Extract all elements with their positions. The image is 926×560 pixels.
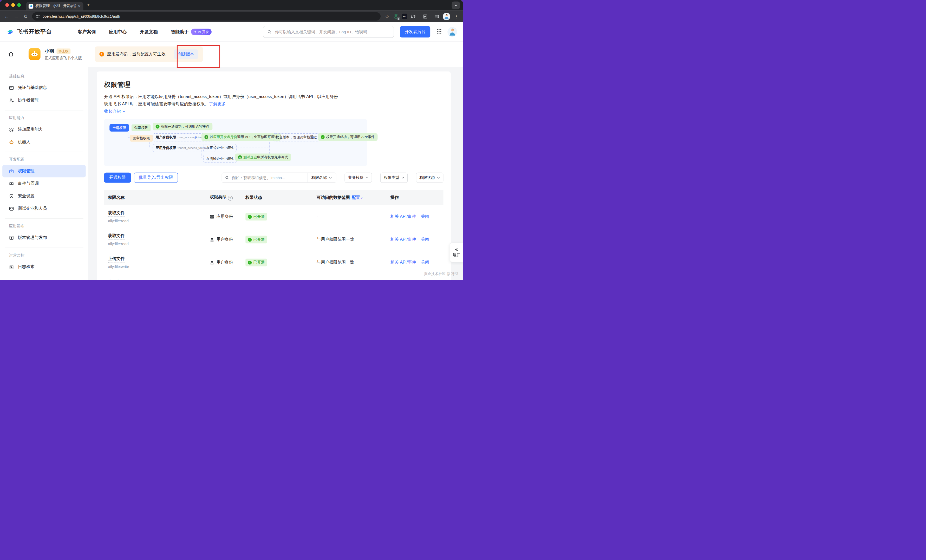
nav-menu-item[interactable]: 智能助手 AI 开发 xyxy=(171,29,212,35)
sidebar-item-label: 安全设置 xyxy=(18,194,35,199)
sidebar-section: 基础信息 凭证与基础信息 协作者管理 xyxy=(0,74,88,110)
filter-module-select[interactable]: 业务模块 xyxy=(345,173,372,183)
sidebar-section-label: 开发配置 xyxy=(0,157,88,162)
dev-identity-link[interactable]: 应用开发者身份 xyxy=(213,135,237,139)
extension-un-icon[interactable]: un xyxy=(402,14,407,19)
nav-menu-item[interactable]: 客户案例 xyxy=(78,29,96,35)
sidebar-item[interactable]: 机器人 xyxy=(2,136,86,148)
data-scope: - xyxy=(317,214,318,219)
sidebar-item[interactable]: 日志检索 xyxy=(2,261,86,273)
sidebar-item[interactable]: 测试企业和人员 xyxy=(2,202,86,215)
close-permission-link[interactable]: 关闭 xyxy=(421,260,429,265)
reload-icon[interactable]: ↻ xyxy=(23,14,29,19)
app-icon xyxy=(29,48,41,60)
filter-type-select[interactable]: 权限类型 xyxy=(380,173,408,183)
table-header: 权限名称 权限类型? 权限状态 可访问的数据范围配置 › 操作 xyxy=(104,190,443,205)
event-icon xyxy=(9,181,14,186)
permission-name[interactable]: 上传文件 xyxy=(108,256,124,262)
chevron-down-icon xyxy=(365,176,369,179)
test-org-icon xyxy=(9,206,14,211)
extension-tree-icon[interactable]: 1 xyxy=(393,14,399,19)
flow-node-success-2: ✓权限开通成功，可调用 API/事件 xyxy=(318,133,377,141)
sidebar-item[interactable]: 安全设置 xyxy=(2,190,86,202)
extension-badge: 1 xyxy=(397,17,400,20)
reading-list-icon[interactable] xyxy=(422,14,427,19)
sidebar-item[interactable]: 权限管理 xyxy=(2,165,86,177)
close-permission-link[interactable]: 关闭 xyxy=(421,237,429,242)
create-version-button[interactable]: 创建版本 xyxy=(174,49,198,59)
batch-import-export-button[interactable]: 批量导入/导出权限 xyxy=(134,173,178,183)
maximize-window-button[interactable] xyxy=(17,3,21,7)
address-bar[interactable]: open.feishu.cn/app/cli_a933bd6b8cfc9cc1/… xyxy=(32,12,381,21)
permission-card: 权限管理 开通 API 权限后，应用才能以应用身份（tenant_access_… xyxy=(97,71,451,280)
browser-profile-avatar[interactable] xyxy=(443,13,450,20)
permission-search-input[interactable] xyxy=(231,175,304,180)
minimize-window-button[interactable] xyxy=(11,3,15,7)
help-icon[interactable]: ? xyxy=(228,196,233,200)
new-tab-button[interactable]: + xyxy=(87,2,90,8)
expand-panel-handle[interactable]: « 展开 xyxy=(450,242,463,262)
filter-status-select[interactable]: 权限状态 xyxy=(416,173,443,183)
filter-bar: 权限名称 业务模块 权限类型 权限状态 xyxy=(222,173,443,183)
close-window-button[interactable] xyxy=(6,3,9,7)
nav-menu-item[interactable]: 开发文档 xyxy=(140,29,158,35)
close-permission-link[interactable]: 关闭 xyxy=(421,214,429,219)
home-icon[interactable] xyxy=(8,51,14,59)
status-badge: 待上线 xyxy=(56,48,70,54)
sidebar-item-label: 凭证与基础信息 xyxy=(18,85,47,91)
extensions-puzzle-icon[interactable] xyxy=(411,14,416,19)
page-description: 开通 API 权限后，应用才能以应用身份（tenant_access_token… xyxy=(104,93,443,107)
browser-tab[interactable]: 权限管理 - 小羽 - 开发者后台 ✕ xyxy=(26,2,83,11)
menu-kebab-icon[interactable]: ⋮ xyxy=(453,14,459,19)
developer-console-button[interactable]: 开发者后台 xyxy=(400,26,430,38)
sidebar-item-label: 权限管理 xyxy=(18,168,35,174)
sidebar-item[interactable]: 事件与回调 xyxy=(2,177,86,190)
permission-name[interactable]: 获取文件 xyxy=(108,210,124,216)
toolbar-actions: ☆ 1 un ⋮ xyxy=(384,13,460,20)
flow-node-prod-debug: 在正式企业中调试 xyxy=(203,144,236,152)
filter-name-select[interactable]: 权限名称 xyxy=(307,173,336,183)
site-settings-icon[interactable] xyxy=(36,14,40,18)
sidebar-item[interactable]: 协作者管理 xyxy=(2,94,86,107)
back-icon[interactable]: ← xyxy=(4,14,10,19)
permission-name[interactable]: 上传文件 xyxy=(108,279,124,280)
page-title: 权限管理 xyxy=(104,80,443,89)
learn-more-link[interactable]: 了解更多 xyxy=(209,101,225,106)
app-grid-icon[interactable] xyxy=(436,28,442,35)
sidebar-item[interactable]: 添加应用能力 xyxy=(2,123,86,136)
sidebar-item[interactable]: 凭证与基础信息 xyxy=(2,82,86,94)
bookmark-star-icon[interactable]: ☆ xyxy=(384,14,390,19)
sidebar-item-label: 机器人 xyxy=(18,139,30,145)
collapse-intro-link[interactable]: 收起介绍 xyxy=(104,108,443,115)
app-name: 小羽 xyxy=(45,48,54,54)
related-api-link[interactable]: 相关 API/事件 xyxy=(390,260,416,265)
search-input[interactable] xyxy=(274,29,390,34)
related-api-link[interactable]: 相关 API/事件 xyxy=(390,237,416,242)
sidebar-item-label: 添加应用能力 xyxy=(18,127,43,132)
flow-node-need-review: 需审核权限 xyxy=(130,135,152,142)
feishu-brand[interactable]: 飞书开放平台 xyxy=(6,28,52,36)
tab-search-button[interactable] xyxy=(452,2,460,9)
doc-search-box[interactable] xyxy=(263,26,394,38)
permission-type: 用户身份 xyxy=(216,237,233,242)
tab-close-icon[interactable]: ✕ xyxy=(78,4,81,8)
alert-icon: ! xyxy=(99,52,104,56)
check-circle-icon: ✓ xyxy=(156,125,160,129)
sidebar-item-label: 事件与回调 xyxy=(18,181,39,186)
tab-title: 权限管理 - 小羽 - 开发者后台 xyxy=(35,4,76,9)
browser-toolbar: ← → ↻ open.feishu.cn/app/cli_a933bd6b8cf… xyxy=(0,11,463,22)
permission-name[interactable]: 获取文件 xyxy=(108,233,124,239)
scope-config-link[interactable]: 配置 › xyxy=(352,195,363,200)
user-avatar[interactable] xyxy=(447,27,457,37)
media-playlist-icon[interactable] xyxy=(434,14,439,19)
nav-menu-item[interactable]: 应用中心 xyxy=(109,29,127,35)
toolbar-divider xyxy=(431,14,431,19)
permission-flow-diagram: 申请权限 免审权限 ✓权限开通成功，可调用 API/事件 需审核权限 用户身份权… xyxy=(104,119,367,166)
permission-search-group: 权限名称 xyxy=(222,173,336,183)
status-badge: ✓已开通 xyxy=(245,259,267,266)
sidebar-item[interactable]: 版本管理与发布 xyxy=(2,232,86,244)
test-org-link[interactable]: 测试企业 xyxy=(243,155,257,159)
chevron-down-icon xyxy=(328,176,332,179)
open-permission-button[interactable]: 开通权限 xyxy=(104,173,131,183)
related-api-link[interactable]: 相关 API/事件 xyxy=(390,214,416,219)
